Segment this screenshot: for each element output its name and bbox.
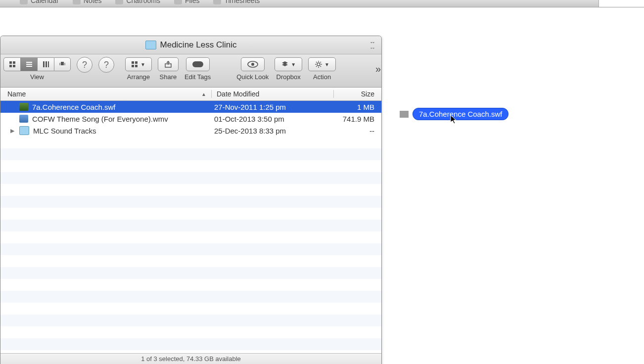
svg-rect-6 xyxy=(26,66,32,67)
window-title: Medicine Less Clinic xyxy=(160,40,237,50)
svg-rect-1 xyxy=(13,61,15,64)
arrange-button[interactable]: ▼ xyxy=(125,57,152,71)
column-date-header[interactable]: Date Modified xyxy=(212,90,334,98)
menu-label: Timesheets xyxy=(224,0,260,4)
svg-rect-12 xyxy=(64,63,65,65)
file-row[interactable]: 7a.Coherence Coach.swf27-Nov-2011 1:25 p… xyxy=(0,101,381,113)
fullscreen-icon[interactable] xyxy=(368,41,376,49)
empty-row xyxy=(0,208,381,220)
svg-rect-3 xyxy=(13,65,15,67)
menu-label: Notes xyxy=(84,0,102,4)
file-list[interactable]: 7a.Coherence Coach.swf27-Nov-2011 1:25 p… xyxy=(0,101,381,364)
column-size-header[interactable]: Size xyxy=(334,90,381,98)
svg-rect-14 xyxy=(135,61,138,64)
empty-row xyxy=(0,255,381,267)
menu-label: Files xyxy=(185,0,200,4)
disclosure-triangle-icon[interactable]: ▶ xyxy=(10,128,15,134)
empty-row xyxy=(0,148,381,160)
dropbox-icon xyxy=(281,61,289,68)
svg-point-19 xyxy=(251,63,254,66)
window-titlebar[interactable]: Medicine Less Clinic xyxy=(0,36,381,54)
sort-ascending-icon: ▲ xyxy=(201,91,206,97)
view-columns-button[interactable] xyxy=(37,57,54,71)
menu-chatrooms[interactable]: Chatrooms xyxy=(115,0,160,4)
status-text: 1 of 3 selected, 74.33 GB available xyxy=(141,355,241,363)
empty-row xyxy=(0,267,381,279)
wmv-icon xyxy=(19,115,28,123)
share-label: Share xyxy=(160,73,177,81)
edit-tags-label: Edit Tags xyxy=(184,73,211,81)
svg-rect-8 xyxy=(46,61,47,67)
file-size: -- xyxy=(331,127,381,135)
file-date: 25-Dec-2013 8:33 pm xyxy=(209,127,331,135)
file-date: 27-Nov-2011 1:25 pm xyxy=(209,103,331,111)
svg-line-27 xyxy=(316,66,317,67)
svg-point-20 xyxy=(317,63,320,66)
notes-icon xyxy=(73,0,81,4)
file-name: MLC Sound Tracks xyxy=(33,127,96,135)
empty-row xyxy=(0,279,381,291)
column-size-label: Size xyxy=(361,90,374,98)
drag-file-label: 7a.Coherence Coach.swf xyxy=(413,108,508,120)
empty-row xyxy=(0,315,381,326)
empty-row xyxy=(0,172,381,184)
svg-line-26 xyxy=(321,66,322,67)
file-size: 741.9 MB xyxy=(331,115,381,123)
empty-row xyxy=(0,338,381,350)
svg-rect-16 xyxy=(135,65,138,67)
empty-row xyxy=(0,136,381,148)
view-coverflow-button[interactable] xyxy=(54,57,71,71)
svg-rect-15 xyxy=(132,65,134,67)
arrange-label: Arrange xyxy=(127,73,150,81)
menu-calendar[interactable]: Calendar xyxy=(20,0,59,4)
empty-row xyxy=(0,231,381,243)
edit-tags-button[interactable] xyxy=(186,57,210,71)
help-back-button[interactable]: ? xyxy=(77,57,92,73)
column-name-label: Name xyxy=(7,90,26,98)
menu-label: Calendar xyxy=(31,0,59,4)
column-header-row: Name ▲ Date Modified Size xyxy=(0,88,381,101)
timesheets-icon xyxy=(213,0,221,4)
calendar-icon xyxy=(20,0,28,4)
svg-rect-2 xyxy=(9,65,12,67)
menu-notes[interactable]: Notes xyxy=(73,0,102,4)
action-label: Action xyxy=(313,73,331,81)
toolbar-overflow-icon[interactable]: » xyxy=(375,63,378,75)
empty-row xyxy=(0,184,381,196)
column-date-label: Date Modified xyxy=(217,90,259,98)
empty-row xyxy=(0,243,381,255)
view-icons-button[interactable] xyxy=(3,57,20,71)
drag-file-icon xyxy=(400,111,409,118)
svg-rect-9 xyxy=(48,61,49,67)
menu-timesheets[interactable]: Timesheets xyxy=(213,0,260,4)
svg-rect-11 xyxy=(59,63,60,65)
help-forward-button[interactable]: ? xyxy=(98,57,114,73)
top-right-panel xyxy=(598,0,644,7)
action-button[interactable]: ▼ xyxy=(308,57,336,71)
view-label: View xyxy=(30,73,44,81)
file-row[interactable]: ▶MLC Sound Tracks25-Dec-2013 8:33 pm-- xyxy=(0,125,381,136)
dropbox-label: Dropbox xyxy=(276,73,301,81)
file-name: 7a.Coherence Coach.swf xyxy=(32,103,115,111)
toolbar: View ? ? ▼ Arrange Share Edit Tags xyxy=(0,54,381,88)
svg-rect-5 xyxy=(26,64,32,65)
svg-rect-4 xyxy=(26,62,32,63)
swf-icon xyxy=(19,103,28,111)
file-row[interactable]: COFW Theme Song (For Everyone).wmv01-Oct… xyxy=(0,113,381,125)
empty-row xyxy=(0,220,381,231)
quick-look-button[interactable] xyxy=(241,57,265,71)
view-list-button[interactable] xyxy=(20,57,37,71)
menu-label: Chatrooms xyxy=(126,0,160,4)
folder-icon xyxy=(145,41,156,49)
column-name-header[interactable]: Name ▲ xyxy=(0,90,212,98)
svg-rect-10 xyxy=(61,62,64,65)
dropbox-button[interactable]: ▼ xyxy=(275,57,302,71)
quick-look-label: Quick Look xyxy=(236,73,269,81)
share-button[interactable] xyxy=(158,57,179,71)
empty-row xyxy=(0,160,381,172)
menu-files[interactable]: Files xyxy=(174,0,200,4)
file-size: 1 MB xyxy=(331,103,381,111)
finder-window: Medicine Less Clinic View xyxy=(0,36,382,364)
status-bar: 1 of 3 selected, 74.33 GB available xyxy=(0,353,381,364)
view-switcher: View xyxy=(3,57,71,81)
